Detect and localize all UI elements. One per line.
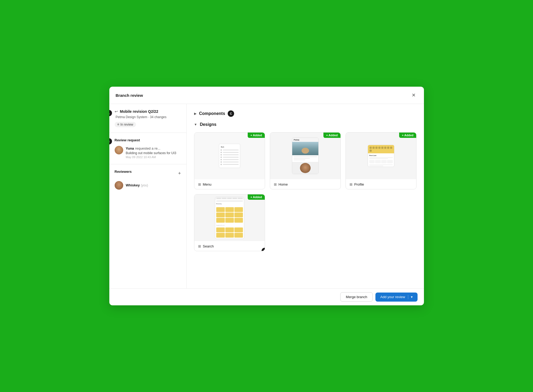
sidebar: A ↩ Mobile revision Q2/22 Petma Design S… (109, 104, 187, 288)
add-review-label: Add your review (380, 295, 405, 299)
profile-card-name: Profile (354, 182, 364, 186)
review-message: Building out mobile surfaces for UI3 (126, 151, 176, 155)
chevron-down-icon: ▼ (194, 123, 197, 126)
search-added-badge: + Added (248, 194, 265, 200)
menu-card-name: Menu (203, 182, 212, 186)
branch-info-section: A ↩ Mobile revision Q2/22 Petma Design S… (109, 109, 186, 133)
menu-mock: Back (219, 144, 240, 168)
profile-thumbnail: + Added (346, 133, 416, 179)
status-badge: In review (115, 122, 136, 127)
plus-icon: + (178, 171, 181, 176)
reviewers-section: Reviewers + Whiskey (you) (109, 164, 186, 195)
requester-action: requested a re... (135, 146, 161, 150)
yuna-avatar (115, 146, 123, 154)
home-mock: Petma (292, 138, 319, 174)
divider (408, 295, 408, 299)
main-content: ▶ Components C ▼ Designs + Added (187, 104, 424, 288)
label-b: B (109, 138, 112, 145)
search-card-label: ⊞ Search (194, 241, 265, 251)
you-label: (you) (141, 183, 148, 187)
designs-grid-bottom: + Added (194, 194, 416, 251)
modal-footer: Merge branch Add your review ▾ (109, 288, 424, 305)
close-icon: ✕ (412, 92, 416, 98)
close-button[interactable]: ✕ (410, 91, 418, 99)
designs-title: Designs (200, 122, 216, 127)
merge-branch-button[interactable]: Merge branch (340, 292, 373, 302)
label-c: C (228, 110, 234, 117)
menu-card-label: ⊞ Menu (194, 179, 265, 189)
home-added-badge: + Added (323, 133, 340, 138)
designs-section-header[interactable]: ▼ Designs (194, 122, 416, 127)
reviewer-text: Yuna requested a re... Building out mobi… (126, 146, 176, 159)
review-request-section: B Review request Yuna requested a re... … (109, 133, 186, 164)
designs-section: ▼ Designs + Added Back (194, 122, 416, 251)
search-thumbnail: + Added (194, 194, 265, 241)
reviewers-header: Reviewers + (115, 170, 181, 177)
whiskey-avatar (115, 181, 123, 190)
modal-body: A ↩ Mobile revision Q2/22 Petma Design S… (109, 104, 424, 288)
requester-name: Yuna (126, 146, 134, 150)
menu-card[interactable]: + Added Back (194, 132, 265, 189)
search-card[interactable]: + Added (194, 194, 265, 251)
components-section-header[interactable]: ▶ Components C (194, 110, 416, 117)
status-dot (117, 123, 119, 125)
dropdown-arrow-icon[interactable]: ▾ (411, 295, 413, 299)
chevron-right-icon: ▶ (194, 112, 197, 115)
branch-name: Mobile revision Q2/22 (120, 109, 158, 114)
home-thumbnail: + Added Petma (270, 133, 340, 179)
reviewer-row: Yuna requested a re... Building out mobi… (115, 146, 181, 159)
home-card-name: Home (279, 182, 288, 186)
home-card-label: ⊞ Home (270, 179, 340, 189)
branch-meta: Petma Design System · 34 changes (115, 115, 181, 119)
search-card-name: Search (203, 244, 214, 248)
add-reviewer-button[interactable]: + (178, 171, 181, 176)
branch-name-row: ↩ Mobile revision Q2/22 (115, 109, 181, 114)
review-request-title: Review request (115, 138, 181, 142)
profile-card[interactable]: + Added (346, 132, 416, 189)
modal-header: Branch review ✕ (109, 87, 424, 104)
designs-grid-top: + Added Back (194, 132, 416, 189)
profile-mock: First Last (368, 145, 394, 167)
search-mock: Browsing (215, 197, 244, 239)
reviewer-name-whiskey: Whiskey (you) (126, 183, 148, 187)
add-review-button[interactable]: Add your review ▾ (375, 293, 417, 302)
status-label: In review (121, 123, 133, 126)
review-date: May 09 2022 10:43 AM (126, 155, 176, 159)
frame-icon: ⊞ (198, 182, 201, 186)
profile-added-badge: + Added (399, 133, 416, 138)
reviewers-title: Reviewers (115, 170, 132, 174)
menu-thumbnail: + Added Back (194, 133, 265, 179)
components-title: Components (199, 111, 225, 116)
frame-icon: ⊞ (350, 182, 352, 186)
profile-card-label: ⊞ Profile (346, 179, 416, 189)
branch-icon: ↩ (115, 109, 118, 114)
whiskey-face (115, 181, 123, 190)
modal-title: Branch review (116, 93, 143, 98)
reviewer-item: Whiskey (you) (115, 181, 181, 190)
label-a: A (109, 110, 112, 116)
frame-icon: ⊞ (198, 244, 201, 248)
modal: Branch review ✕ A ↩ Mobile revision Q2/2… (109, 87, 424, 305)
menu-added-badge: + Added (248, 133, 265, 138)
frame-icon: ⊞ (274, 182, 277, 186)
home-card[interactable]: + Added Petma (270, 132, 341, 189)
